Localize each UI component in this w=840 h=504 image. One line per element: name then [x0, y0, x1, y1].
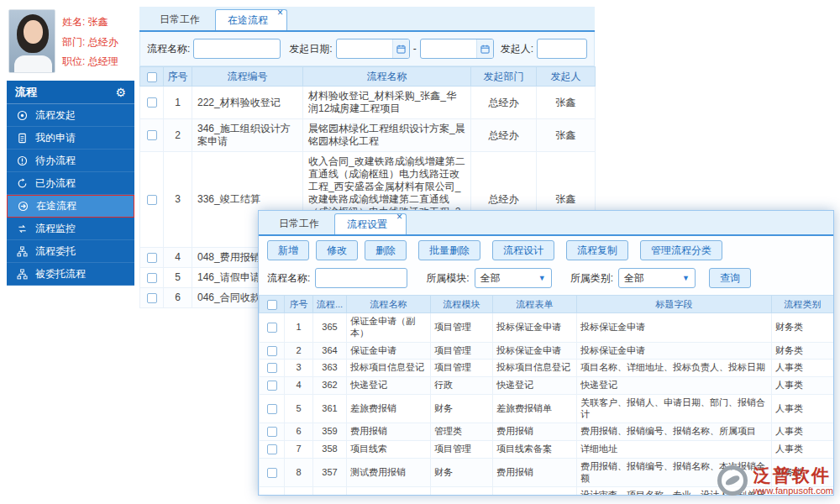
sidebar-item-label: 待办流程 — [35, 154, 76, 168]
process-name-input[interactable] — [193, 39, 281, 59]
column-header-name: 流程名称 — [303, 67, 471, 87]
sidebar-item-process-start[interactable]: 流程发起 — [7, 104, 134, 127]
sidebar-item-in-transit-processes[interactable]: 在途流程 — [7, 195, 134, 218]
row-checkbox[interactable] — [267, 427, 277, 437]
row-checkbox[interactable] — [147, 293, 157, 303]
calendar-icon[interactable] — [392, 39, 409, 58]
date-from-field[interactable] — [337, 43, 389, 55]
cell-no: 9 — [285, 487, 313, 496]
table-row[interactable]: 4 362 快递登记 行政 快递登记 快递登记 人事类 — [260, 377, 834, 395]
table-row[interactable]: 1 222_材料验收登记 材料验收登记_材料采购_张鑫_华润12城房建工程项目 … — [140, 87, 596, 119]
row-checkbox[interactable] — [267, 381, 277, 391]
add-button[interactable]: 新增 — [267, 240, 309, 260]
cell-code: 364 — [313, 342, 347, 360]
category-select[interactable]: 全部 ▼ — [618, 268, 696, 288]
start-date-label: 发起日期: — [289, 42, 332, 56]
brand-url: www.fanpusoft.com — [753, 486, 833, 496]
tab-process-settings[interactable]: 流程设置 × — [334, 213, 407, 234]
chevron-down-icon: ▼ — [682, 274, 690, 282]
cell-checkbox — [260, 342, 285, 360]
cell-title-fields: 投标保证金申请 — [577, 342, 772, 360]
date-to-input[interactable] — [420, 39, 494, 59]
table-row[interactable]: 3 363 投标项目信息登记 项目管理 投标项目信息登记 项目名称、详细地址、投… — [260, 360, 834, 377]
row-checkbox[interactable] — [267, 346, 277, 356]
row-checkbox[interactable] — [147, 130, 157, 140]
module-select[interactable]: 全部 ▼ — [475, 268, 552, 288]
search-button[interactable]: 查询 — [709, 268, 751, 288]
select-all-checkbox[interactable] — [147, 72, 157, 82]
cell-form: 费用报销 — [493, 423, 577, 441]
table-row[interactable]: 1 365 保证金申请（副本） 项目管理 投标保证金申请 投标保证金申请 财务类 — [260, 313, 834, 343]
table-row[interactable]: 7 358 项目线索 项目管理 项目线索备案 详细地址 人事类 — [260, 441, 834, 459]
row-checkbox[interactable] — [147, 273, 157, 283]
calendar-icon[interactable] — [476, 39, 493, 58]
cell-module: 项目管理 — [431, 313, 493, 343]
table-row[interactable]: 2 346_施工组织设计方案申请 晨铭园林绿化工程组织设计方案_晨铭园林绿化工程… — [140, 119, 596, 152]
edit-button[interactable]: 修改 — [316, 240, 358, 260]
cell-name: 测试费用报销 — [347, 458, 431, 487]
cell-module: 财务 — [431, 394, 493, 423]
column-header-code: 流程... — [313, 296, 347, 313]
select-all-header — [140, 67, 164, 87]
process-design-button[interactable]: 流程设计 — [492, 240, 554, 260]
tab-daily-work[interactable]: 日常工作 — [267, 213, 331, 234]
cell-no: 3 — [164, 152, 192, 248]
cell-checkbox — [260, 487, 285, 496]
table-row[interactable]: 6 359 费用报销 管理类 费用报销 费用报销、报销编号、报销名称、所属项目 … — [260, 423, 834, 441]
table-row[interactable]: 5 361 差旅费报销 财务 差旅费报销单 关联客户、报销人、申请日期、部门、报… — [260, 394, 834, 423]
delete-button[interactable]: 删除 — [365, 240, 407, 260]
cell-checkbox — [140, 268, 164, 288]
manage-process-category-button[interactable]: 管理流程分类 — [640, 240, 722, 260]
module-label: 所属模块: — [426, 271, 469, 286]
cell-checkbox — [140, 152, 164, 248]
sidebar-title: 流程 — [15, 85, 37, 100]
sidebar-item-process-delegation[interactable]: 流程委托 — [7, 240, 134, 263]
cell-code: 357 — [313, 458, 347, 487]
profile-position: 职位: 总经理 — [62, 55, 118, 69]
cell-code: 361 — [313, 394, 347, 423]
sidebar-item-delegated-processes[interactable]: 被委托流程 — [7, 263, 134, 286]
gear-icon[interactable]: ⚙ — [115, 87, 126, 98]
row-checkbox[interactable] — [267, 468, 277, 478]
cell-checkbox — [260, 360, 285, 377]
sidebar-item-process-monitor[interactable]: 流程监控 — [7, 218, 134, 240]
cell-checkbox — [140, 288, 164, 308]
select-all-checkbox[interactable] — [267, 300, 277, 310]
cell-dept: 总经办 — [471, 87, 537, 119]
cell-form: 费用报销 — [493, 458, 577, 487]
row-checkbox[interactable] — [147, 195, 157, 205]
tab-daily-work[interactable]: 日常工作 — [148, 9, 212, 30]
cell-form: 投标保证金申请 — [493, 313, 577, 343]
profile-department: 部门: 总经办 — [62, 35, 118, 50]
batch-delete-button[interactable]: 批量删除 — [418, 240, 480, 260]
row-checkbox[interactable] — [267, 323, 277, 333]
date-from-input[interactable] — [336, 39, 410, 59]
process-name-label: 流程名称: — [267, 271, 310, 286]
cell-name: 材料验收登记_材料采购_张鑫_华润12城房建工程项目 — [303, 87, 471, 119]
tab-in-transit[interactable]: 在途流程 × — [215, 9, 287, 30]
column-header-no: 序号 — [285, 296, 313, 313]
sidebar-item-done-processes[interactable]: 已办流程 — [7, 172, 134, 195]
sync-icon — [16, 223, 29, 234]
row-checkbox[interactable] — [147, 97, 157, 108]
tab-close-icon[interactable]: × — [396, 212, 402, 222]
cell-category: 人事类 — [772, 394, 834, 423]
cell-no: 6 — [164, 288, 192, 308]
cell-name: 项目线索 — [347, 441, 431, 459]
process-name-input[interactable] — [315, 268, 407, 288]
tab-close-icon[interactable]: × — [277, 8, 283, 18]
sidebar-item-my-applications[interactable]: 我的申请 — [7, 127, 134, 150]
initiator-input[interactable] — [537, 39, 587, 59]
row-checkbox[interactable] — [267, 363, 277, 373]
main-tab-bar: 日常工作 在途流程 × — [139, 7, 595, 32]
row-checkbox[interactable] — [267, 444, 277, 454]
date-to-field[interactable] — [421, 43, 473, 55]
sidebar-item-pending-processes[interactable]: 待办流程 — [7, 150, 134, 172]
module-select-value: 全部 — [480, 271, 501, 286]
process-copy-button[interactable]: 流程复制 — [566, 240, 628, 260]
table-row[interactable]: 2 364 保证金申请 项目管理 投标保证金申请 投标保证金申请 财务类 — [260, 342, 834, 360]
row-checkbox[interactable] — [147, 253, 157, 263]
cell-category: 人事类 — [772, 360, 834, 377]
sidebar-item-label: 流程发起 — [35, 108, 76, 123]
row-checkbox[interactable] — [267, 404, 277, 414]
